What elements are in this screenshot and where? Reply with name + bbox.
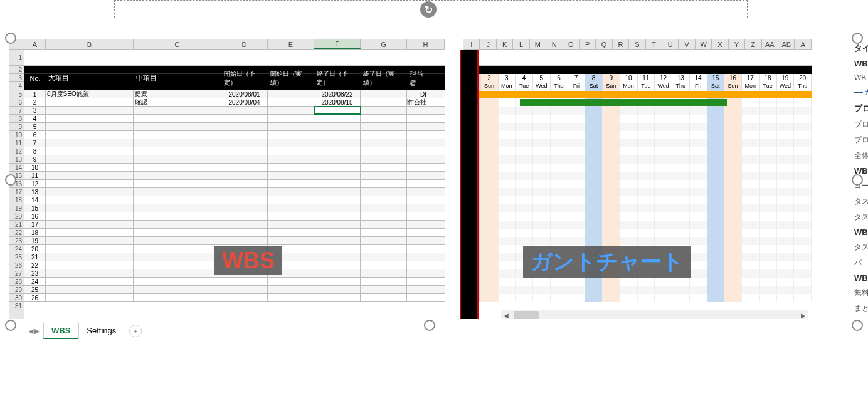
cell[interactable] [221, 139, 268, 147]
gantt-cell[interactable] [655, 204, 672, 212]
cell[interactable]: 12 [24, 180, 46, 187]
cell[interactable]: 5 [24, 123, 46, 130]
gantt-cell[interactable] [707, 155, 725, 164]
gantt-scrollbar[interactable]: ◀ ▶ [501, 310, 808, 319]
cell[interactable] [361, 269, 407, 277]
cell[interactable] [134, 237, 221, 244]
gantt-cell[interactable] [533, 131, 551, 139]
gantt-cell[interactable] [794, 286, 812, 294]
gantt-cell[interactable] [655, 286, 672, 294]
gantt-cell[interactable] [690, 245, 707, 253]
gantt-cell[interactable] [603, 155, 620, 164]
gantt-cell[interactable] [620, 221, 638, 229]
cell[interactable] [46, 286, 134, 293]
gantt-cell[interactable] [551, 278, 568, 286]
gantt-cell[interactable] [724, 269, 742, 278]
cell[interactable]: 15 [24, 204, 46, 212]
row-header-18[interactable]: 18 [9, 196, 24, 204]
cell[interactable] [268, 164, 314, 171]
gantt-cell[interactable] [516, 229, 533, 237]
cell[interactable] [268, 123, 314, 130]
gantt-cell[interactable] [742, 294, 760, 302]
gantt-cell[interactable] [777, 237, 795, 245]
gantt-cell[interactable] [690, 278, 707, 286]
gantt-cell[interactable] [760, 261, 777, 269]
gantt-cell[interactable] [481, 245, 499, 253]
gantt-cell[interactable] [516, 180, 533, 188]
gantt-cell[interactable] [551, 196, 568, 204]
cell[interactable] [221, 229, 268, 236]
gantt-cell[interactable] [690, 229, 707, 237]
gantt-cell[interactable] [742, 131, 760, 139]
gantt-cell[interactable] [724, 164, 742, 172]
col-header-AB[interactable]: AB [778, 39, 795, 49]
gantt-cell[interactable] [551, 286, 568, 294]
row-header-25[interactable]: 25 [9, 253, 24, 261]
tab-next-icon[interactable]: ▶ [34, 327, 40, 335]
gantt-cell[interactable] [603, 164, 620, 172]
gantt-cell[interactable] [794, 180, 812, 188]
gantt-cell[interactable] [690, 123, 707, 131]
gantt-cell[interactable] [794, 98, 812, 107]
gantt-cell[interactable] [690, 253, 707, 261]
gantt-cell[interactable] [707, 253, 725, 261]
gantt-cell[interactable] [481, 286, 499, 294]
col-header-Y[interactable]: Y [729, 39, 745, 49]
gantt-cell[interactable] [620, 164, 638, 172]
gantt-cell[interactable] [516, 278, 533, 286]
cell[interactable] [134, 229, 221, 236]
cell[interactable] [46, 294, 134, 301]
gantt-cell[interactable] [568, 221, 586, 229]
col-header-A[interactable]: A [24, 39, 46, 49]
gantt-cell[interactable] [533, 294, 551, 302]
cell[interactable] [221, 221, 268, 228]
crop-handle[interactable] [5, 174, 16, 186]
gantt-cell[interactable] [568, 131, 586, 139]
gantt-cell[interactable] [724, 131, 742, 139]
gantt-cell[interactable] [655, 212, 672, 221]
gantt-cell[interactable] [724, 278, 742, 286]
gantt-cell[interactable] [603, 286, 620, 294]
gantt-cell[interactable] [638, 188, 655, 196]
gantt-cell[interactable] [777, 278, 795, 286]
cell[interactable]: 2 [24, 98, 46, 106]
cell[interactable] [361, 180, 407, 187]
cell[interactable] [268, 196, 314, 204]
gantt-cell[interactable] [499, 286, 516, 294]
gantt-cell[interactable] [760, 155, 777, 164]
gantt-cell[interactable] [499, 237, 516, 245]
cell[interactable] [134, 172, 221, 179]
gantt-cell[interactable] [760, 139, 777, 147]
cell[interactable] [407, 261, 428, 269]
cell[interactable]: 10 [24, 164, 46, 171]
col-header-B[interactable]: B [46, 39, 134, 49]
cell[interactable] [268, 286, 314, 293]
gantt-cell[interactable] [533, 212, 551, 221]
cell[interactable] [46, 212, 134, 220]
gantt-cell[interactable] [585, 172, 603, 180]
gantt-cell[interactable] [516, 139, 533, 147]
gantt-cell[interactable] [707, 221, 725, 229]
cell[interactable] [221, 172, 268, 179]
row-header-10[interactable]: 10 [9, 131, 24, 139]
gantt-cell[interactable] [585, 123, 603, 131]
crop-handle[interactable] [424, 320, 435, 331]
outline-item[interactable]: プロ [852, 132, 868, 148]
cell[interactable]: 16 [24, 212, 46, 220]
gantt-cell[interactable] [533, 115, 551, 123]
cell[interactable] [46, 229, 134, 236]
cell[interactable] [221, 123, 268, 130]
cell[interactable] [134, 107, 221, 114]
gantt-cell[interactable] [672, 188, 690, 196]
gantt-cell[interactable] [638, 172, 655, 180]
cell[interactable]: 18 [24, 229, 46, 236]
gantt-cell[interactable] [794, 294, 812, 302]
gantt-cell[interactable] [585, 139, 603, 147]
row-header-3[interactable]: 3 [9, 74, 24, 82]
gantt-cell[interactable] [760, 188, 777, 196]
gantt-cell[interactable] [603, 221, 620, 229]
gantt-cell[interactable] [690, 286, 707, 294]
gantt-cell[interactable] [638, 278, 655, 286]
gantt-cell[interactable] [481, 229, 499, 237]
row-header-27[interactable]: 27 [9, 269, 24, 278]
